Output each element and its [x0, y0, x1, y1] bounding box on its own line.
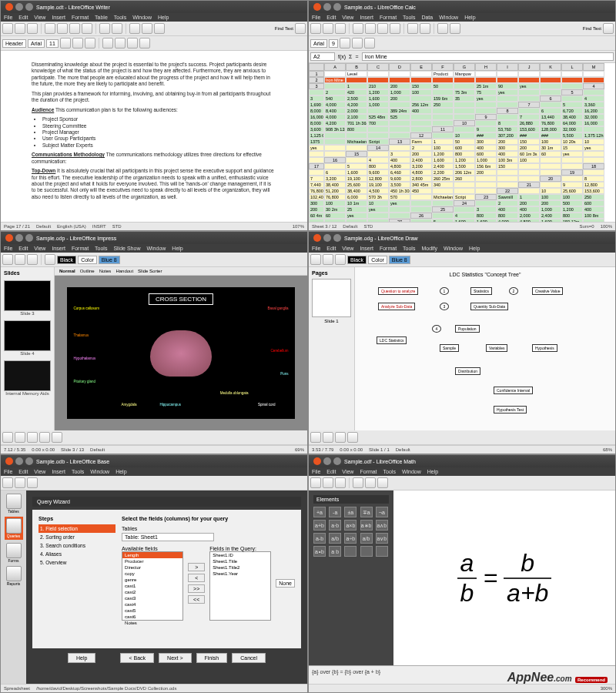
cell[interactable]: 200	[475, 169, 497, 176]
size-select[interactable]: 9	[329, 39, 338, 48]
tab-handout[interactable]: Handout	[116, 269, 133, 273]
row-header[interactable]: 27	[389, 219, 410, 222]
menu-insert[interactable]: Insert	[360, 246, 373, 251]
italic-icon[interactable]	[352, 38, 363, 49]
cell[interactable]	[410, 126, 432, 132]
cell[interactable]: Script	[367, 139, 389, 145]
size-select[interactable]: 11	[46, 39, 59, 48]
cell[interactable]: 2,400	[410, 157, 432, 163]
cell[interactable]: 4	[583, 95, 604, 102]
cell[interactable]: 1,200	[432, 151, 454, 157]
cell[interactable]: 3	[475, 206, 497, 213]
cell[interactable]: 1,125 6h 24m	[309, 132, 324, 139]
cell[interactable]: 5	[561, 102, 583, 108]
cell[interactable]	[324, 163, 346, 169]
cell[interactable]	[583, 89, 604, 95]
cell[interactable]	[561, 83, 583, 89]
line-color-select[interactable]: Black	[347, 256, 367, 264]
cell[interactable]: 800	[475, 213, 497, 219]
col-header[interactable]: I	[497, 63, 518, 71]
cell[interactable]: 400	[497, 206, 518, 213]
cell[interactable]	[561, 95, 583, 102]
cell[interactable]: 8,000	[309, 108, 324, 114]
list-item[interactable]: copy	[122, 571, 182, 577]
tab-outline[interactable]: Outline	[80, 269, 95, 273]
cell[interactable]: 8,000	[309, 120, 324, 126]
cell[interactable]: 100	[540, 194, 561, 200]
cell[interactable]	[432, 108, 454, 114]
cell[interactable]: 5	[346, 163, 367, 169]
cell[interactable]	[497, 182, 518, 188]
menu-view[interactable]: View	[34, 469, 45, 474]
menu-view[interactable]: View	[342, 15, 353, 20]
cell[interactable]	[540, 77, 561, 83]
cell[interactable]: 32,000	[561, 126, 583, 132]
wizard-step[interactable]: 3. Search conditions	[38, 541, 116, 550]
menu-window[interactable]: Window	[146, 246, 166, 251]
cell[interactable]: 150	[410, 83, 432, 89]
cell[interactable]: 3,500	[389, 182, 410, 188]
draw-canvas[interactable]: LDC Statistics "Concept Tree" Question t…	[355, 267, 615, 430]
cell[interactable]: 16,000	[309, 114, 324, 120]
cell[interactable]: 570	[389, 194, 410, 200]
cell[interactable]	[454, 77, 475, 83]
cell[interactable]: Iron Mine	[324, 77, 346, 83]
cell[interactable]	[389, 77, 410, 83]
find-text-label[interactable]: Find Text	[583, 26, 601, 31]
new-icon[interactable]	[310, 477, 321, 488]
ellipse-icon[interactable]	[39, 432, 50, 443]
menu-edit[interactable]: Edit	[18, 15, 28, 20]
cell[interactable]: 1,000	[367, 102, 389, 108]
cell[interactable]: 4,000	[324, 102, 346, 108]
close-icon[interactable]	[313, 457, 321, 465]
line-icon[interactable]	[323, 432, 333, 443]
row-header[interactable]: 6	[540, 95, 561, 102]
cell[interactable]: 2,800	[410, 176, 432, 182]
find-icon[interactable]	[154, 23, 165, 34]
cell[interactable]: 200	[309, 206, 324, 213]
palette-item[interactable]: ¬a	[376, 507, 388, 517]
row-header[interactable]: 17	[309, 163, 324, 169]
menu-tools[interactable]: Tools	[403, 15, 415, 20]
minimize-icon[interactable]	[15, 234, 23, 242]
row-header[interactable]: 18	[583, 163, 604, 169]
wizard-step[interactable]: 2. Sorting order	[38, 533, 116, 541]
align-center-icon[interactable]	[115, 38, 126, 49]
cell[interactable]	[324, 219, 346, 222]
list-item[interactable]: cast3	[122, 595, 182, 601]
underline-icon[interactable]	[85, 38, 95, 49]
cell[interactable]: 4,800	[389, 163, 410, 169]
palette-item[interactable]: -a	[329, 507, 341, 517]
status-zoom[interactable]: 69%	[295, 447, 304, 452]
cell[interactable]: 206 12m	[454, 169, 475, 176]
cell[interactable]: 340	[432, 182, 454, 188]
open-icon[interactable]	[323, 23, 333, 34]
row-header[interactable]: 16	[324, 157, 346, 163]
cell[interactable]: Script	[454, 194, 475, 200]
menu-window[interactable]: Window	[402, 469, 421, 474]
cell[interactable]	[432, 188, 454, 194]
cell[interactable]: 13,440	[540, 114, 561, 120]
cell[interactable]: 159 6m	[432, 95, 454, 102]
palette-item[interactable]	[344, 546, 357, 557]
cell[interactable]: 53,760	[497, 126, 518, 132]
cell[interactable]: 30 2m	[324, 206, 346, 213]
chart-icon[interactable]	[142, 23, 152, 34]
ellipse-icon[interactable]	[347, 432, 358, 443]
search-icon[interactable]	[603, 23, 614, 34]
cell[interactable]: 30 1m	[540, 145, 561, 151]
cell[interactable]: 25,600	[561, 188, 583, 194]
cell[interactable]	[475, 71, 497, 77]
menu-window[interactable]: Window	[132, 15, 152, 20]
cell[interactable]: yes	[518, 83, 540, 89]
cell[interactable]: 200	[518, 145, 540, 151]
save-icon[interactable]	[335, 477, 346, 488]
copy-icon[interactable]	[377, 23, 388, 34]
cell[interactable]	[410, 77, 432, 83]
cell[interactable]: 12,800	[367, 176, 389, 182]
cell[interactable]: 389 24m	[389, 108, 410, 114]
finish-button[interactable]: Finish	[196, 653, 228, 663]
menu-view[interactable]: View	[34, 15, 45, 20]
cell[interactable]	[346, 219, 367, 222]
cell[interactable]	[410, 219, 432, 222]
